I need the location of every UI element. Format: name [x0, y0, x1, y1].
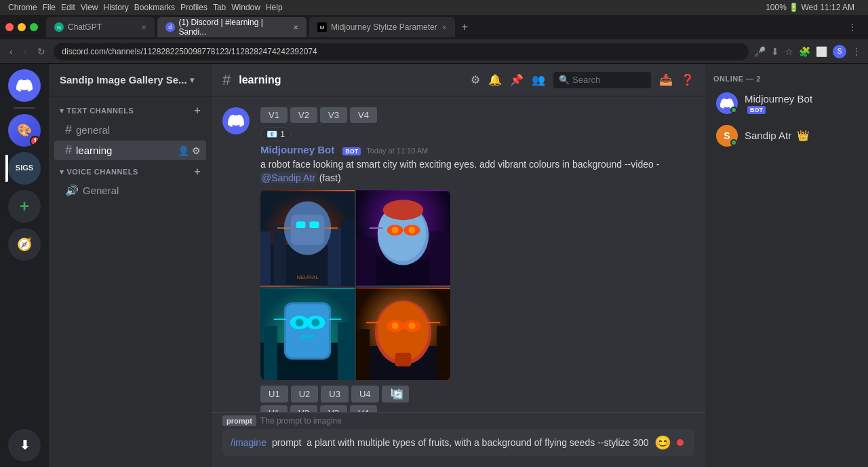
voice-channels-header[interactable]: ▾ VOICE CHANNELS +	[49, 163, 212, 181]
chrome-menu-file[interactable]: File	[43, 3, 56, 12]
chrome-menu-bookmarks[interactable]: Bookmarks	[134, 3, 175, 12]
prompt-hint-text: The prompt to imagine	[260, 416, 342, 426]
hash-icon-general: #	[65, 123, 72, 137]
emoji-button[interactable]: 😊	[649, 429, 677, 456]
v1-button-bottom[interactable]: V1	[260, 405, 288, 412]
forward-button[interactable]: ›	[21, 45, 30, 58]
svg-rect-26	[264, 326, 277, 380]
extensions-icon[interactable]: 🧩	[799, 46, 810, 57]
active-server-indicator	[5, 155, 8, 182]
bookmark-star-icon[interactable]: ☆	[785, 46, 793, 57]
u2-button[interactable]: U2	[291, 386, 319, 403]
v4-button-top[interactable]: V4	[350, 107, 377, 123]
help-icon[interactable]: ❓	[681, 73, 694, 86]
v3-button-top[interactable]: V3	[320, 107, 347, 123]
record-button[interactable]	[677, 439, 684, 446]
discord-home-icon[interactable]	[8, 69, 41, 102]
tab-chatgpt[interactable]: G ChatGPT ✕	[46, 17, 155, 37]
channel-pin-icon[interactable]: 📌	[510, 73, 524, 86]
grid-image-2	[356, 190, 450, 286]
svg-text:NEURAL: NEURAL	[296, 274, 319, 280]
channel-item-learning[interactable]: # learning 👤 ⚙	[54, 141, 206, 160]
mention-sandip[interactable]: @Sandip Atr	[260, 172, 317, 183]
add-voice-channel-button[interactable]: +	[194, 166, 201, 178]
chrome-menu-profiles[interactable]: Profiles	[180, 3, 208, 12]
chrome-menu-view[interactable]: View	[81, 3, 98, 12]
server-icon-1[interactable]: 🎨 1	[8, 114, 41, 147]
v2-button-top[interactable]: V2	[290, 107, 317, 123]
download-app-button[interactable]: ⬇	[8, 429, 41, 462]
member-item-mj[interactable]: Midjourney Bot BOT	[713, 88, 860, 118]
window-maximize[interactable]	[30, 23, 38, 31]
reaction-top[interactable]: 📧 1	[260, 127, 291, 141]
channel-search[interactable]: 🔍 Search	[553, 72, 651, 88]
channel-threads-icon[interactable]: ⚙	[471, 73, 480, 86]
tab-favicon-midjourney: M	[317, 22, 327, 32]
u3-button[interactable]: U3	[321, 386, 349, 403]
add-text-channel-button[interactable]: +	[194, 105, 201, 117]
member-item-sandip[interactable]: S Sandip Atr 👑	[713, 121, 860, 151]
v2-button-bottom[interactable]: V2	[290, 405, 317, 412]
channel-gear-icon[interactable]: ⚙	[192, 145, 201, 156]
tab-bar: G ChatGPT ✕ d (1) Discord | #learning | …	[0, 15, 868, 39]
chrome-menu-tab[interactable]: Tab	[213, 3, 226, 12]
chrome-menu-help[interactable]: Help	[266, 3, 283, 12]
svg-rect-49	[395, 353, 412, 367]
tab-close-discord[interactable]: ✕	[293, 24, 298, 31]
member-info-sandip: Sandip Atr 👑	[745, 130, 810, 142]
browser-menu-icon[interactable]: ⋮	[852, 46, 861, 57]
explore-servers-button[interactable]: 🧭	[8, 228, 41, 261]
v4-button-bottom[interactable]: V4	[350, 405, 377, 412]
svg-rect-2	[260, 231, 271, 285]
channel-notifications-icon[interactable]: 🔔	[488, 73, 502, 86]
reaction-emoji-top: 📧	[267, 129, 277, 139]
message-input[interactable]	[272, 429, 649, 456]
split-view-icon[interactable]: ⬜	[816, 46, 827, 57]
hash-icon-learning: #	[65, 143, 72, 157]
refresh-button[interactable]: 🔄	[382, 386, 409, 403]
text-channels-header[interactable]: ▾ TEXT CHANNELS +	[49, 102, 212, 119]
server-header[interactable]: Sandip Image Gallery Se... ▾	[49, 64, 212, 96]
voice-channel-general[interactable]: 🔊 General	[54, 181, 206, 200]
svg-rect-7	[291, 214, 325, 245]
member-info-mj: Midjourney Bot BOT	[745, 93, 812, 113]
channel-members-icon[interactable]: 👥	[532, 73, 545, 86]
window-close[interactable]	[5, 23, 14, 31]
svg-point-33	[311, 318, 319, 326]
inbox-icon[interactable]: 📥	[659, 73, 673, 86]
mic-icon[interactable]: 🎤	[754, 46, 766, 57]
channel-settings-icon[interactable]: 👤	[178, 145, 189, 156]
chrome-menu-history[interactable]: History	[104, 3, 129, 12]
voice-channels-label: VOICE CHANNELS	[67, 168, 138, 176]
tab-midjourney[interactable]: M Midjourney Stylize Parameter ✕	[309, 17, 455, 37]
chrome-menu-window[interactable]: Window	[231, 3, 260, 12]
chrome-menu-chrome[interactable]: Chrome	[8, 3, 37, 12]
tab-close-midjourney[interactable]: ✕	[441, 24, 447, 31]
channel-item-general[interactable]: # general	[54, 120, 206, 140]
download-icon[interactable]: ⬇	[771, 46, 779, 57]
tab-close-chatgpt[interactable]: ✕	[141, 24, 146, 31]
add-server-button[interactable]: +	[8, 190, 41, 223]
back-button[interactable]: ‹	[7, 45, 16, 58]
online-indicator-mj	[730, 107, 737, 113]
v1-button-top[interactable]: V1	[260, 107, 288, 123]
new-tab-button[interactable]: +	[458, 21, 472, 33]
member-avatar-wrapper-mj	[716, 92, 738, 114]
window-minimize[interactable]	[18, 23, 26, 31]
url-bar[interactable]: discord.com/channels/1128282250098778123…	[54, 43, 749, 60]
channel-name-learning: learning	[76, 145, 112, 156]
message-content-mj: V1 V2 V3 V4 📧 1 Midjourney Bot BOT Today…	[260, 107, 694, 412]
u4-button[interactable]: U4	[351, 386, 379, 403]
v3-button-bottom[interactable]: V3	[320, 405, 347, 412]
reload-button[interactable]: ↻	[35, 45, 48, 58]
messages-area[interactable]: V1 V2 V3 V4 📧 1 Midjourney Bot BOT Today…	[212, 96, 705, 412]
tab-discord[interactable]: d (1) Discord | #learning | Sandi... ✕	[157, 17, 307, 37]
tab-bar-menu[interactable]: ⋮	[842, 22, 863, 33]
speaker-icon: 🔊	[65, 184, 79, 197]
profile-icon[interactable]: S	[833, 45, 846, 58]
server-icon-sigs[interactable]: SIGS	[8, 152, 41, 185]
svg-point-46	[408, 322, 415, 329]
search-icon: 🔍	[559, 75, 570, 85]
chrome-menu-edit[interactable]: Edit	[61, 3, 75, 12]
u1-button[interactable]: U1	[260, 386, 288, 403]
